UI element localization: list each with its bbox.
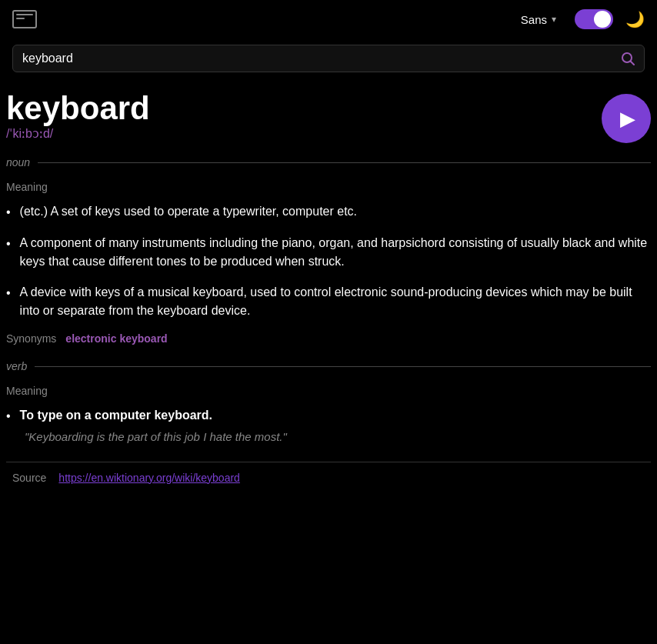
verb-meaning-label: Meaning bbox=[6, 385, 651, 397]
synonyms-row: Synonyms electronic keyboard bbox=[6, 332, 651, 345]
source-label: Source bbox=[12, 472, 46, 484]
verb-definition-list: • To type on a computer keyboard. "Keybo… bbox=[6, 406, 651, 446]
definition-text-3: A device with keys of a musical keyboard… bbox=[20, 283, 651, 320]
sidebar-toggle-button[interactable] bbox=[12, 10, 37, 28]
toggle-knob bbox=[594, 11, 611, 28]
list-item: • (etc.) A set of keys used to operate a… bbox=[6, 202, 651, 222]
noun-definition-list: • (etc.) A set of keys used to operate a… bbox=[6, 202, 651, 320]
source-url-link[interactable]: https://en.wiktionary.org/wiki/keyboard bbox=[58, 472, 240, 484]
header: Sans ▾ 🌙 bbox=[0, 0, 657, 38]
header-right: Sans ▾ 🌙 bbox=[515, 9, 645, 29]
synonyms-label: Synonyms bbox=[6, 332, 56, 345]
verb-section: verb Meaning • To type on a computer key… bbox=[6, 360, 651, 446]
noun-divider bbox=[38, 162, 651, 163]
search-button[interactable] bbox=[621, 52, 635, 65]
chevron-down-icon: ▾ bbox=[552, 14, 556, 25]
word-title-block: keyboard /ˈkiːbɔːd/ bbox=[6, 91, 150, 153]
bullet-3: • bbox=[6, 284, 11, 302]
word-header: keyboard /ˈkiːbɔːd/ ▶ bbox=[6, 91, 651, 153]
list-item: • A component of many instruments includ… bbox=[6, 234, 651, 271]
definition-text-2: A component of many instruments includin… bbox=[20, 234, 651, 271]
list-item: • A device with keys of a musical keyboa… bbox=[6, 283, 651, 320]
search-input[interactable] bbox=[22, 52, 621, 65]
svg-line-1 bbox=[631, 62, 635, 65]
font-selector[interactable]: Sans ▾ bbox=[515, 10, 562, 29]
main-content: keyboard /ˈkiːbɔːd/ ▶ noun Meaning • (et… bbox=[0, 78, 657, 506]
example-quote-1: "Keyboarding is the part of this job I h… bbox=[25, 429, 287, 446]
font-label: Sans bbox=[521, 13, 547, 26]
verb-label: verb bbox=[6, 360, 27, 372]
search-container bbox=[12, 45, 645, 72]
definition-text-1: (etc.) A set of keys used to operate a t… bbox=[20, 202, 357, 221]
noun-pos-header: noun bbox=[6, 156, 651, 169]
play-pronunciation-button[interactable]: ▶ bbox=[602, 94, 651, 143]
search-icon bbox=[621, 52, 635, 65]
list-item: • To type on a computer keyboard. "Keybo… bbox=[6, 406, 651, 446]
moon-icon[interactable]: 🌙 bbox=[625, 10, 645, 28]
verb-divider bbox=[35, 366, 651, 367]
search-bar bbox=[0, 38, 657, 78]
noun-section: noun Meaning • (etc.) A set of keys used… bbox=[6, 156, 651, 345]
verb-pos-header: verb bbox=[6, 360, 651, 372]
header-left bbox=[12, 10, 37, 28]
source-bar: Source https://en.wiktionary.org/wiki/ke… bbox=[6, 462, 651, 493]
pronunciation: /ˈkiːbɔːd/ bbox=[6, 126, 150, 141]
bullet-verb-1: • bbox=[6, 407, 11, 425]
noun-label: noun bbox=[6, 156, 30, 169]
bullet-1: • bbox=[6, 203, 11, 222]
toggle-line-1 bbox=[16, 14, 33, 15]
verb-definition-text-1: To type on a computer keyboard. bbox=[20, 406, 212, 425]
bullet-2: • bbox=[6, 235, 11, 253]
word-title: keyboard bbox=[6, 91, 150, 126]
toggle-line-2 bbox=[16, 18, 25, 19]
noun-meaning-label: Meaning bbox=[6, 181, 651, 193]
synonym-link-electronic-keyboard[interactable]: electronic keyboard bbox=[65, 332, 167, 345]
play-icon: ▶ bbox=[620, 107, 635, 131]
dark-mode-toggle[interactable] bbox=[575, 9, 613, 29]
